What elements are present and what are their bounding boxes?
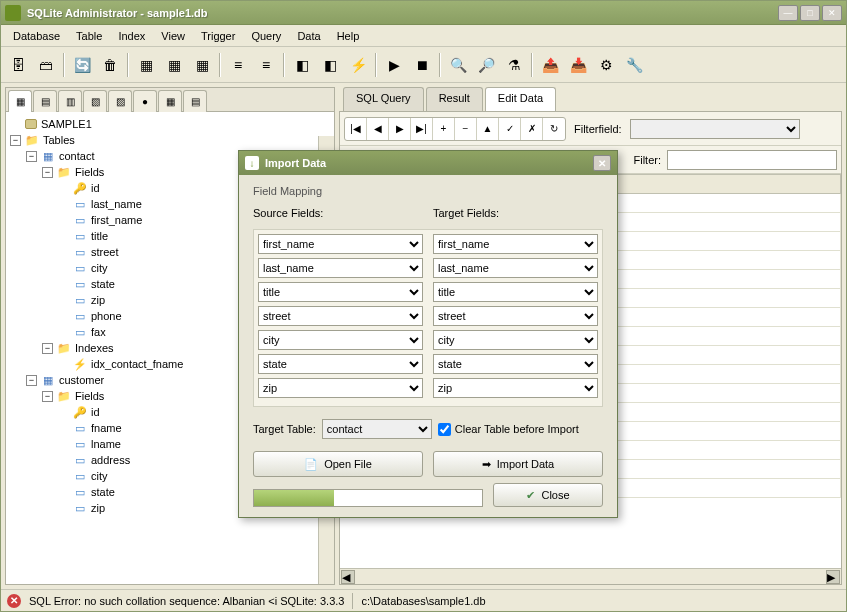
menu-index[interactable]: Index xyxy=(110,27,153,45)
query-run-icon[interactable]: ▶ xyxy=(381,52,407,78)
edit-record-button[interactable]: ▲ xyxy=(477,118,499,140)
tree-label: idx_contact_fname xyxy=(91,358,183,370)
menu-data[interactable]: Data xyxy=(289,27,328,45)
menu-help[interactable]: Help xyxy=(329,27,368,45)
source-field-select[interactable]: city xyxy=(258,330,423,350)
settings-icon[interactable]: ⚙ xyxy=(593,52,619,78)
tab-sql-query[interactable]: SQL Query xyxy=(343,87,424,111)
tree-tab-7[interactable]: ▦ xyxy=(158,90,182,112)
first-record-button[interactable]: |◀ xyxy=(345,118,367,140)
prev-record-button[interactable]: ◀ xyxy=(367,118,389,140)
source-field-select[interactable]: title xyxy=(258,282,423,302)
import-data-button[interactable]: ➡ Import Data xyxy=(433,451,603,477)
tool-icon[interactable]: 🔧 xyxy=(621,52,647,78)
tab-result[interactable]: Result xyxy=(426,87,483,111)
db-refresh-icon[interactable]: 🔄 xyxy=(69,52,95,78)
clear-table-checkbox[interactable]: Clear Table before Import xyxy=(438,423,579,436)
tree-label: SAMPLE1 xyxy=(41,118,92,130)
import-icon[interactable]: 📥 xyxy=(565,52,591,78)
target-field-select[interactable]: zip xyxy=(433,378,598,398)
progress-bar xyxy=(253,489,483,507)
tree-tab-4[interactable]: ▧ xyxy=(83,90,107,112)
source-field-select[interactable]: first_name xyxy=(258,234,423,254)
trigger-icon[interactable]: ⚡ xyxy=(345,52,371,78)
tree-tables[interactable]: − 📁 Tables xyxy=(10,132,330,148)
target-field-select[interactable]: state xyxy=(433,354,598,374)
find-icon[interactable]: 🔍 xyxy=(445,52,471,78)
tree-toggle[interactable]: − xyxy=(10,135,21,146)
tree-database[interactable]: SAMPLE1 xyxy=(10,116,330,132)
source-field-select[interactable]: last_name xyxy=(258,258,423,278)
delete-record-button[interactable]: − xyxy=(455,118,477,140)
replace-icon[interactable]: 🔎 xyxy=(473,52,499,78)
menu-view[interactable]: View xyxy=(153,27,193,45)
target-field-select[interactable]: title xyxy=(433,282,598,302)
tree-tab-6[interactable]: ● xyxy=(133,90,157,112)
index-new-icon[interactable]: ≡ xyxy=(225,52,251,78)
target-field-select[interactable]: city xyxy=(433,330,598,350)
tree-tab-5[interactable]: ▨ xyxy=(108,90,132,112)
source-field-select[interactable]: zip xyxy=(258,378,423,398)
filter-input[interactable] xyxy=(667,150,837,170)
cancel-button[interactable]: ✗ xyxy=(521,118,543,140)
index-del-icon[interactable]: ≡ xyxy=(253,52,279,78)
tree-toggle[interactable]: − xyxy=(42,167,53,178)
source-field-select[interactable]: street xyxy=(258,306,423,326)
db-new-icon[interactable]: 🗄 xyxy=(5,52,31,78)
ti-field-icon: ▭ xyxy=(73,421,87,435)
next-record-button[interactable]: ▶ xyxy=(389,118,411,140)
tree-toggle[interactable]: − xyxy=(26,375,37,386)
dialog-close-button[interactable]: ✕ xyxy=(593,155,611,171)
dialog-close-btn[interactable]: ✔ Close xyxy=(493,483,603,507)
table-del-icon[interactable]: ▦ xyxy=(189,52,215,78)
filterfield-select[interactable] xyxy=(630,119,800,139)
close-button[interactable]: ✕ xyxy=(822,5,842,21)
tree-tab-1[interactable]: ▦ xyxy=(8,90,32,112)
dialog-titlebar[interactable]: ↓ Import Data ✕ xyxy=(239,151,617,175)
source-field-select[interactable]: state xyxy=(258,354,423,374)
tree-toggle[interactable]: − xyxy=(26,151,37,162)
menu-database[interactable]: Database xyxy=(5,27,68,45)
tree-tab-3[interactable]: ▥ xyxy=(58,90,82,112)
target-table-select[interactable]: contact xyxy=(322,419,432,439)
target-field-select[interactable]: street xyxy=(433,306,598,326)
db-delete-icon[interactable]: 🗑 xyxy=(97,52,123,78)
target-field-select[interactable]: last_name xyxy=(433,258,598,278)
tab-edit-data[interactable]: Edit Data xyxy=(485,87,556,111)
tree-toggle[interactable]: − xyxy=(42,391,53,402)
menu-table[interactable]: Table xyxy=(68,27,110,45)
table-new-icon[interactable]: ▦ xyxy=(133,52,159,78)
scroll-right-button[interactable]: ▶ xyxy=(826,570,840,584)
filter-icon[interactable]: ⚗ xyxy=(501,52,527,78)
tree-label: id xyxy=(91,406,100,418)
menu-query[interactable]: Query xyxy=(243,27,289,45)
status-path: c:\Databases\sample1.db xyxy=(361,595,485,607)
tree-tab-8[interactable]: ▤ xyxy=(183,90,207,112)
minimize-button[interactable]: — xyxy=(778,5,798,21)
tree-toggle[interactable]: − xyxy=(42,343,53,354)
view-del-icon[interactable]: ◧ xyxy=(317,52,343,78)
target-field-select[interactable]: first_name xyxy=(433,234,598,254)
horizontal-scrollbar[interactable]: ◀ ▶ xyxy=(340,568,841,584)
table-edit-icon[interactable]: ▦ xyxy=(161,52,187,78)
last-record-button[interactable]: ▶| xyxy=(411,118,433,140)
ti-db-icon xyxy=(25,119,37,129)
menu-trigger[interactable]: Trigger xyxy=(193,27,243,45)
view-new-icon[interactable]: ◧ xyxy=(289,52,315,78)
export-icon[interactable]: 📤 xyxy=(537,52,563,78)
tree-tab-2[interactable]: ▤ xyxy=(33,90,57,112)
clear-table-input[interactable] xyxy=(438,423,451,436)
add-record-button[interactable]: + xyxy=(433,118,455,140)
ti-field-icon: ▭ xyxy=(73,453,87,467)
mapping-row: title title xyxy=(258,282,598,302)
post-button[interactable]: ✓ xyxy=(499,118,521,140)
refresh-button[interactable]: ↻ xyxy=(543,118,565,140)
scroll-left-button[interactable]: ◀ xyxy=(341,570,355,584)
open-file-button[interactable]: 📄 Open File xyxy=(253,451,423,477)
dialog-title: Import Data xyxy=(265,157,593,169)
db-open-icon[interactable]: 🗃 xyxy=(33,52,59,78)
tree-label: city xyxy=(91,262,108,274)
maximize-button[interactable]: □ xyxy=(800,5,820,21)
ti-index-icon: ⚡ xyxy=(73,357,87,371)
query-stop-icon[interactable]: ⏹ xyxy=(409,52,435,78)
